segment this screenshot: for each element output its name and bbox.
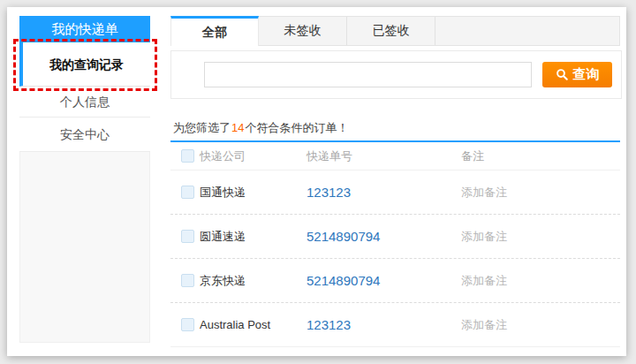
table-row: 圆通速递 5214890794 添加备注 bbox=[170, 215, 620, 259]
company-name: 国通快递 bbox=[200, 185, 307, 201]
filter-count: 14 bbox=[231, 121, 245, 134]
row-checkbox[interactable] bbox=[181, 274, 194, 287]
row-checkbox[interactable] bbox=[181, 230, 194, 243]
sidebar-item-label: 个人信息 bbox=[60, 95, 110, 109]
sidebar-item-label: 安全中心 bbox=[60, 127, 110, 141]
row-checkbox[interactable] bbox=[181, 186, 194, 199]
sidebar-item-personal-info[interactable]: 个人信息 bbox=[19, 87, 150, 118]
add-note-link[interactable]: 添加备注 bbox=[461, 318, 507, 331]
column-header-company: 快递公司 bbox=[200, 148, 307, 164]
add-note-link[interactable]: 添加备注 bbox=[461, 274, 507, 287]
company-name: 京东快递 bbox=[200, 273, 307, 289]
tracking-number-link[interactable]: 5214890794 bbox=[307, 229, 380, 244]
sidebar-item-security-center[interactable]: 安全中心 bbox=[19, 118, 150, 152]
search-button[interactable]: 查询 bbox=[542, 62, 612, 87]
content-card: 我的快递单 我的查询记录 个人信息 安全中心 全部 未签收 已签收 bbox=[7, 7, 626, 356]
table-header-row: 快递公司 快递单号 备注 bbox=[170, 142, 620, 171]
tracking-number-link[interactable]: 5214890794 bbox=[307, 273, 380, 288]
search-panel: 查询 bbox=[170, 50, 622, 99]
main-content: 全部 未签收 已签收 查询 为您筛选了14个符合条件的订单！ bbox=[170, 7, 623, 356]
filter-notice-prefix: 为您筛选了 bbox=[173, 121, 231, 134]
tab-bar: 全部 未签收 已签收 bbox=[170, 16, 620, 46]
table-row: 国通快递 123123 添加备注 bbox=[170, 171, 620, 215]
column-header-tracking-no: 快递单号 bbox=[307, 148, 461, 164]
search-icon bbox=[556, 68, 569, 81]
tracking-search-input[interactable] bbox=[204, 62, 532, 87]
tab-unsigned[interactable]: 未签收 bbox=[259, 17, 347, 45]
tracking-number-link[interactable]: 123123 bbox=[307, 185, 351, 200]
select-all-checkbox[interactable] bbox=[181, 149, 194, 163]
company-name: 圆通速递 bbox=[200, 229, 307, 245]
tracking-number-link[interactable]: 123123 bbox=[307, 317, 351, 332]
add-note-link[interactable]: 添加备注 bbox=[461, 230, 507, 243]
column-header-note: 备注 bbox=[461, 148, 484, 164]
row-checkbox[interactable] bbox=[181, 318, 194, 331]
sidebar-item-my-query-history[interactable]: 我的查询记录 bbox=[19, 42, 150, 87]
filter-notice-suffix: 个符合条件的订单！ bbox=[245, 121, 348, 134]
search-button-label: 查询 bbox=[573, 66, 600, 83]
orders-table: 快递公司 快递单号 备注 国通快递 123123 添加备注 圆通速递 52148… bbox=[170, 142, 620, 347]
sidebar-title: 我的快递单 bbox=[19, 16, 150, 42]
sidebar-item-label: 我的查询记录 bbox=[49, 57, 124, 72]
tab-all[interactable]: 全部 bbox=[170, 16, 259, 46]
company-name: Australia Post bbox=[200, 318, 307, 331]
add-note-link[interactable]: 添加备注 bbox=[461, 186, 507, 199]
sidebar-background bbox=[19, 152, 150, 343]
tab-signed[interactable]: 已签收 bbox=[347, 17, 435, 45]
filter-notice: 为您筛选了14个符合条件的订单！ bbox=[173, 120, 348, 136]
table-row: 京东快递 5214890794 添加备注 bbox=[170, 259, 620, 303]
table-row: Australia Post 123123 添加备注 bbox=[170, 303, 620, 347]
